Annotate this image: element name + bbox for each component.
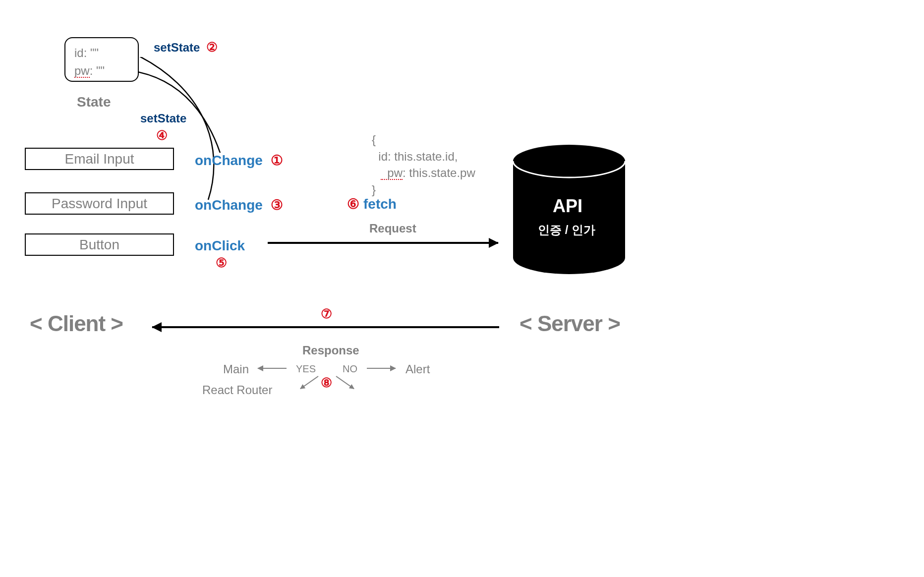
server-heading: < Server > bbox=[520, 311, 620, 336]
step-7-number: ⑦ bbox=[321, 306, 332, 322]
onclick-5-label: onClick bbox=[195, 238, 245, 254]
branch-left-arrow-icon bbox=[258, 368, 287, 369]
svg-point-2 bbox=[513, 241, 625, 274]
payload-line2: pw: this.state.pw bbox=[372, 165, 475, 181]
step-3-number: ③ bbox=[271, 197, 283, 213]
api-subtitle: 인증 / 인가 bbox=[538, 222, 595, 238]
no-label: NO bbox=[343, 363, 357, 375]
onchange-3-text: onChange bbox=[195, 197, 263, 213]
curve-arrow-2 bbox=[139, 58, 233, 153]
step-2-number: ② bbox=[206, 40, 218, 55]
state-pw-key: pw bbox=[74, 65, 90, 78]
onchange-1-text: onChange bbox=[195, 153, 263, 168]
chevron-left-down-icon bbox=[300, 376, 318, 389]
step-8-number: ⑧ bbox=[321, 375, 332, 391]
alert-label: Alert bbox=[405, 362, 430, 376]
payload-line1: id: this.state.id, bbox=[372, 148, 475, 165]
api-title: API bbox=[553, 196, 582, 217]
payload-open: { bbox=[372, 131, 475, 148]
response-arrow-icon bbox=[152, 326, 499, 328]
step-1-number: ① bbox=[271, 153, 283, 168]
onchange-3-label: onChange ③ bbox=[195, 197, 283, 213]
state-pw-line: pw: "" bbox=[74, 62, 129, 80]
state-pw-rest: : "" bbox=[90, 64, 105, 77]
setstate-2-text: setState bbox=[154, 41, 200, 54]
button-box: Button bbox=[25, 233, 174, 256]
react-router-label: React Router bbox=[202, 383, 272, 397]
onchange-1-label: onChange ① bbox=[195, 152, 283, 169]
state-label: State bbox=[77, 94, 111, 110]
email-input-box: Email Input bbox=[25, 148, 174, 170]
password-input-box: Password Input bbox=[25, 192, 174, 215]
payload-code: { id: this.state.id, pw: this.state.pw } bbox=[372, 131, 475, 198]
main-label: Main bbox=[223, 362, 249, 376]
step-6-number: ⑥ bbox=[347, 196, 359, 212]
client-heading: < Client > bbox=[30, 311, 123, 336]
fetch-6-label: ⑥fetch bbox=[347, 196, 397, 212]
chevron-right-down-icon bbox=[336, 376, 354, 389]
branch-right-arrow-icon bbox=[367, 368, 396, 369]
yes-label: YES bbox=[296, 363, 316, 375]
request-label: Request bbox=[369, 222, 416, 235]
state-box: id: "" pw: "" bbox=[64, 37, 139, 82]
fetch-6-text: fetch bbox=[363, 196, 397, 212]
payload-pw-key: pw bbox=[381, 167, 403, 180]
step-5-number: ⑤ bbox=[216, 255, 227, 271]
request-arrow-icon bbox=[268, 242, 498, 244]
response-label: Response bbox=[302, 344, 359, 357]
setstate-2-label: setState ② bbox=[154, 40, 218, 55]
payload-l2-rest: : this.state.pw bbox=[403, 166, 475, 179]
state-id-line: id: "" bbox=[74, 44, 129, 62]
